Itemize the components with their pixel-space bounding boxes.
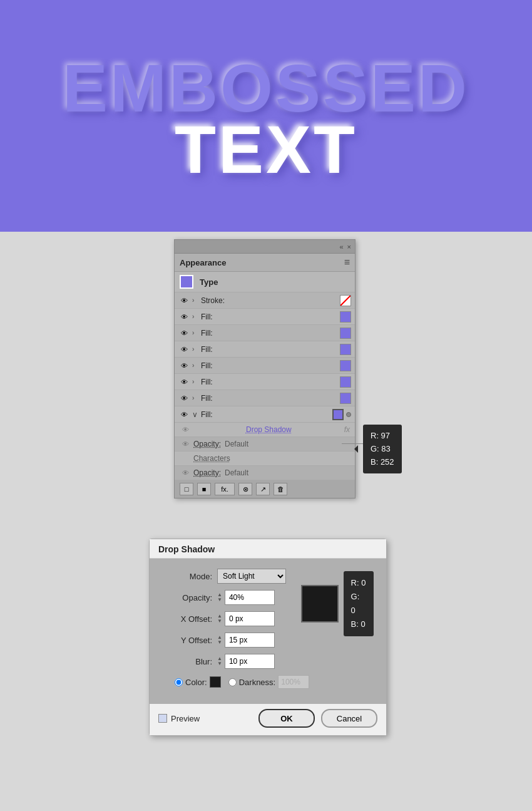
- chevron-stroke: ›: [192, 297, 201, 304]
- opacity-input[interactable]: 40%: [225, 590, 275, 605]
- fill-swatch-5[interactable]: [340, 376, 351, 388]
- blur-label: Blur:: [162, 657, 212, 666]
- canvas-area: EMBOSSED TEXT: [0, 0, 532, 232]
- dialog-title: Drop Shadow: [158, 544, 215, 554]
- blur-down[interactable]: ▼: [217, 661, 222, 666]
- panel-menu-icon[interactable]: ≡: [344, 257, 350, 268]
- darkness-radio-text: Darkness:: [239, 678, 276, 687]
- color-section: R: 0 G: 0 B: 0: [292, 571, 374, 636]
- drop-shadow-label[interactable]: Drop Shadow: [193, 425, 344, 434]
- fill-swatch-1[interactable]: [340, 311, 351, 323]
- toolbar-btn-arrow[interactable]: ↗: [256, 483, 270, 495]
- cancel-button[interactable]: Cancel: [321, 709, 377, 728]
- mode-fields: Mode: NormalMultiplyScreenOverlaySoft Li…: [162, 569, 286, 675]
- color-radio[interactable]: [175, 678, 183, 686]
- ap-row-fill-3: › Fill:: [175, 341, 355, 358]
- eye-icon-fill-7[interactable]: [178, 410, 190, 419]
- opacity-row-fill: Opacity: Default: [175, 437, 355, 452]
- fill-swatch-3[interactable]: [340, 344, 351, 355]
- panel-collapse-btn[interactable]: «: [339, 243, 343, 251]
- type-row: Type: [175, 272, 355, 292]
- toolbar-btn-no[interactable]: ⊗: [238, 483, 252, 495]
- color-tooltip: R: 97 G: 83 B: 252: [363, 425, 402, 473]
- blur-spinner[interactable]: ▲ ▼: [217, 656, 222, 666]
- chevron-fill-2: ›: [192, 329, 201, 336]
- fill-label-3: Fill:: [201, 345, 337, 354]
- char-opacity-label: Opacity:: [193, 468, 221, 477]
- ap-row-fill-6: › Fill:: [175, 390, 355, 406]
- panel-titlebar-controls: « ×: [339, 243, 351, 251]
- darkness-radio-label[interactable]: Darkness:: [228, 678, 276, 687]
- preview-checkbox[interactable]: [158, 714, 167, 723]
- y-offset-spinner[interactable]: ▲ ▼: [217, 635, 222, 645]
- fill-label-7: Fill:: [201, 410, 330, 419]
- chevron-fill-5: ›: [192, 378, 201, 385]
- toolbar-btn-trash[interactable]: 🗑: [274, 483, 287, 495]
- panel-title: Appearance: [180, 258, 226, 267]
- eye-icon-fill-4[interactable]: [178, 361, 190, 370]
- toolbar-btn-square-fill[interactable]: ■: [197, 483, 211, 495]
- dialog-color-swatch[interactable]: [301, 585, 339, 622]
- opacity-down-arrow[interactable]: ▼: [217, 597, 222, 602]
- color-radio-text: Color:: [185, 678, 207, 687]
- x-offset-spinner[interactable]: ▲ ▼: [217, 614, 222, 624]
- type-square-swatch: [180, 275, 193, 289]
- tooltip-line: [342, 443, 366, 444]
- opacity-spinner[interactable]: ▲ ▼: [217, 592, 222, 602]
- eye-icon-drop-shadow[interactable]: [180, 425, 191, 434]
- eye-icon-stroke[interactable]: [178, 296, 190, 305]
- dialog-rgb-tooltip: R: 0 G: 0 B: 0: [344, 571, 374, 636]
- fill-label-2: Fill:: [201, 329, 337, 338]
- x-offset-input[interactable]: 0 px: [225, 611, 275, 626]
- color-black-swatch[interactable]: [210, 676, 221, 688]
- preview-row: Preview OK Cancel: [150, 704, 386, 735]
- characters-label[interactable]: Characters: [193, 454, 230, 463]
- panel-close-btn[interactable]: ×: [347, 243, 351, 251]
- y-offset-down[interactable]: ▼: [217, 640, 222, 645]
- characters-row: Characters: [175, 452, 355, 466]
- fill-swatch-4[interactable]: [340, 360, 351, 371]
- eye-icon-char-opacity[interactable]: [180, 468, 191, 477]
- dialog-tooltip-r: R: 0: [351, 576, 366, 590]
- darkness-input[interactable]: 100%: [278, 675, 309, 689]
- blur-input[interactable]: 10 px: [225, 654, 275, 669]
- fill-swatch-7[interactable]: [332, 409, 344, 420]
- toolbar-btn-square-outline[interactable]: □: [180, 483, 193, 495]
- eye-icon-fill-2[interactable]: [178, 329, 190, 338]
- opacity-dialog-label: Opacity:: [162, 593, 212, 602]
- dialog-tooltip-g: G: 0: [351, 590, 366, 617]
- eye-icon-fill-1[interactable]: [178, 313, 190, 321]
- ap-row-fill-2: › Fill:: [175, 325, 355, 341]
- eye-icon-fill-3[interactable]: [178, 345, 190, 354]
- toolbar-btn-fx[interactable]: fx.: [215, 483, 235, 495]
- mode-color-row: Mode: NormalMultiplyScreenOverlaySoft Li…: [162, 569, 374, 675]
- content-area: « × Appearance ≡ Type › Stroke: › Fill:: [0, 232, 532, 811]
- char-opacity-value: Default: [225, 468, 248, 477]
- color-radio-label[interactable]: Color:: [175, 678, 207, 687]
- preview-label[interactable]: Preview: [158, 714, 200, 723]
- fx-icon: fx: [344, 425, 350, 434]
- fill-swatch-2[interactable]: [340, 328, 351, 339]
- chevron-fill-1: ›: [192, 313, 201, 320]
- darkness-radio[interactable]: [228, 678, 237, 686]
- dialog-titlebar: Drop Shadow: [150, 539, 386, 559]
- fill-label-5: Fill:: [201, 378, 337, 386]
- fill-label-6: Fill:: [201, 394, 337, 403]
- mode-select[interactable]: NormalMultiplyScreenOverlaySoft LightHar…: [217, 569, 286, 584]
- chevron-fill-6: ›: [192, 395, 201, 401]
- eye-icon-opacity[interactable]: [180, 440, 191, 448]
- eye-icon-fill-6[interactable]: [178, 394, 190, 403]
- opacity-row-characters: Opacity: Default: [175, 466, 355, 480]
- fill-swatch-6[interactable]: [340, 393, 351, 404]
- dialog-body: Mode: NormalMultiplyScreenOverlaySoft Li…: [150, 559, 386, 704]
- y-offset-input[interactable]: 15 px: [225, 633, 275, 648]
- stroke-swatch[interactable]: [340, 295, 351, 306]
- mode-row: Mode: NormalMultiplyScreenOverlaySoft Li…: [162, 569, 286, 584]
- x-offset-down[interactable]: ▼: [217, 619, 222, 624]
- ok-button[interactable]: OK: [258, 709, 315, 728]
- dialog-buttons: OK Cancel: [258, 709, 377, 728]
- x-offset-label: X Offset:: [162, 614, 212, 624]
- type-label: Type: [200, 277, 218, 287]
- fill-expand-dot[interactable]: [346, 412, 351, 417]
- eye-icon-fill-5[interactable]: [178, 378, 190, 386]
